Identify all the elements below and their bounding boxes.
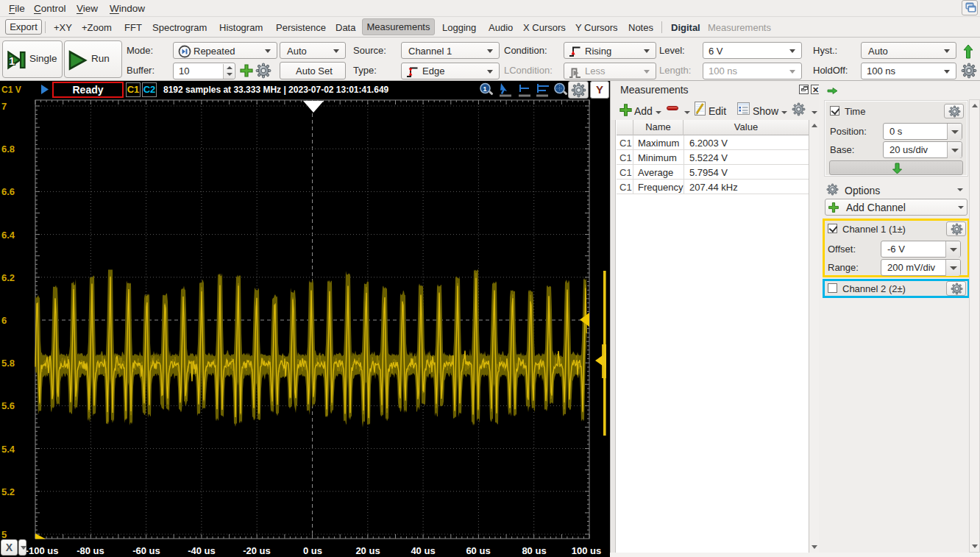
svg-text:1: 1 [9, 54, 15, 67]
